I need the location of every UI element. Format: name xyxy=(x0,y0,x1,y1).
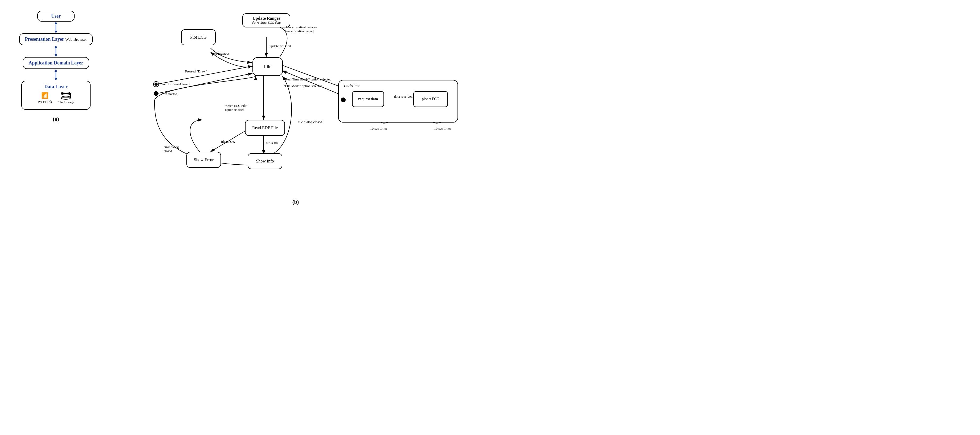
realtime-start-dot xyxy=(341,97,346,102)
label-timer2: 10 sec timer xyxy=(434,126,451,131)
realtime-container: real-time request data plot rt ECG xyxy=(338,80,458,123)
svg-marker-1 xyxy=(55,22,57,24)
data-layer-box: Data Layer 📶 Wi-Fi link File Storage xyxy=(21,81,91,110)
web-browser-closed-circle xyxy=(153,81,159,87)
data-layer-title: Data Layer xyxy=(44,84,67,89)
label-open-ecg: "Open ECG File"option selected xyxy=(225,100,247,112)
request-data-label: request data xyxy=(358,97,378,101)
label-update-finished: update finished xyxy=(269,44,291,48)
show-info-label: Show Info xyxy=(256,159,274,164)
plot-rt-ecg-state: plot rt ECG xyxy=(413,91,448,107)
show-error-state: Show Error xyxy=(186,152,221,168)
read-edf-state: Read EDF File xyxy=(245,120,285,136)
label-error-dialog-closed: error dialogclosed xyxy=(164,141,179,153)
idle-label: Idle xyxy=(264,64,271,70)
label-data-received: data received xyxy=(394,94,412,99)
panel-b-label: (b) xyxy=(293,199,299,205)
label-plot-finished: plot finished xyxy=(212,52,229,56)
request-data-state: request data xyxy=(352,91,384,107)
data-layer-icons: 📶 Wi-Fi link File Storage xyxy=(33,89,78,107)
presentation-title: Presentation Layer xyxy=(25,37,64,42)
svg-marker-5 xyxy=(55,54,57,57)
label-web-browser-closed: Web BrowserClosed xyxy=(161,82,189,86)
presentation-sub: Web Browser xyxy=(65,37,87,41)
label-app-started: App started xyxy=(161,92,177,96)
label-pressed-draw: Pressed "Draw" xyxy=(185,69,207,73)
label-changed-range: [changed vertical range orchanged vertic… xyxy=(284,21,317,33)
app-started-circle xyxy=(154,91,158,96)
update-ranges-sub: do/ re-draw ECG data xyxy=(252,21,281,25)
state-diagram: Update Ranges do/ re-draw ECG data Plot … xyxy=(107,5,485,208)
read-edf-label: Read EDF File xyxy=(252,126,278,130)
label-file-is-ok: file is OK xyxy=(266,141,279,145)
user-box: User xyxy=(37,11,75,22)
storage-label: File Storage xyxy=(57,100,74,104)
label-file-mode: "File Mode" option selected xyxy=(284,84,323,88)
svg-line-15 xyxy=(158,66,253,84)
realtime-label: real-time xyxy=(344,83,360,88)
plot-ecg-state: Plot ECG xyxy=(181,29,216,45)
svg-marker-7 xyxy=(55,69,57,72)
label-timer1: 10 sec timer xyxy=(370,126,387,131)
update-ranges-state: Update Ranges do/ re-draw ECG data xyxy=(242,13,290,27)
app-title2: Layer xyxy=(71,60,83,65)
end-circle-inner xyxy=(154,83,158,86)
wifi-icon-group: 📶 Wi-Fi link xyxy=(38,92,52,104)
app-domain-box: Application Domain Layer xyxy=(22,57,89,69)
cylinder-svg xyxy=(60,92,71,100)
arrow-user-presentation xyxy=(53,22,59,33)
user-label: User xyxy=(51,13,61,19)
update-ranges-label: Update Ranges xyxy=(253,16,280,21)
svg-marker-2 xyxy=(55,30,57,33)
plot-rt-ecg-label: plot rt ECG xyxy=(422,97,439,101)
wifi-label: Wi-Fi link xyxy=(38,100,52,104)
wifi-symbol: 📶 xyxy=(41,92,48,99)
label-file-no-ok: file no OK xyxy=(221,140,235,144)
app-title1: Application Domain xyxy=(29,60,70,65)
plot-ecg-label: Plot ECG xyxy=(190,35,207,40)
panel-b: Update Ranges do/ re-draw ECG data Plot … xyxy=(107,5,485,208)
arrow-presentation-app xyxy=(53,45,59,57)
panel-a-label: (a) xyxy=(53,116,59,122)
storage-icon-group: File Storage xyxy=(57,92,74,104)
label-real-time-mode: "Real Time Mode" option selected xyxy=(284,77,332,81)
presentation-box: Presentation Layer Web Browser xyxy=(19,33,93,45)
svg-rect-10 xyxy=(61,94,71,98)
label-file-dialog-closed: file dialog closed xyxy=(298,120,322,124)
svg-marker-8 xyxy=(55,78,57,81)
svg-line-20 xyxy=(282,70,344,96)
svg-marker-4 xyxy=(55,45,57,48)
show-info-state: Show Info xyxy=(248,153,282,169)
arrow-app-data xyxy=(53,69,59,81)
panel-a: User Presentation Layer Web Browser Appl… xyxy=(5,5,107,122)
show-error-label: Show Error xyxy=(194,158,213,162)
idle-state: Idle xyxy=(253,57,283,76)
